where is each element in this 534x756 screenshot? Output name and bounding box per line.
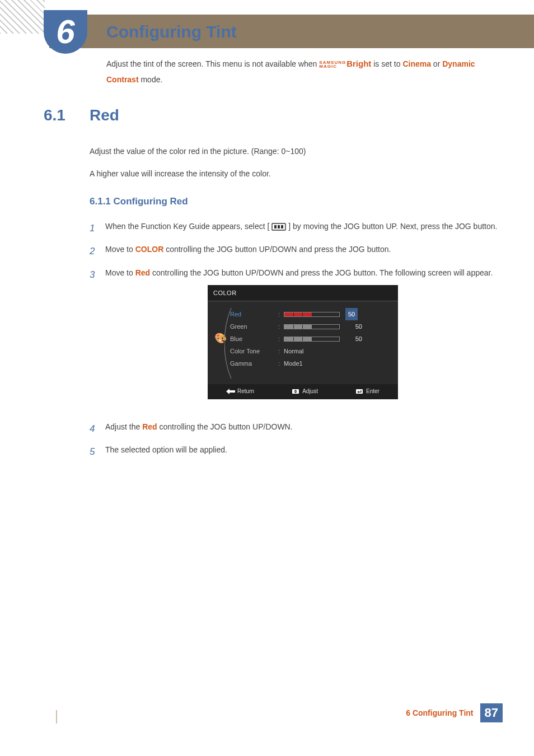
paragraph-1: Adjust the value of the color red in the… [90,144,500,158]
osd-footer-return: Return [226,386,254,397]
slider-red [284,312,340,317]
osd-footer-enter: Enter [355,386,380,397]
svg-marker-4 [226,389,235,394]
magic-text: MAGIC [319,64,346,68]
step-4: 4 Adjust the Red controlling the JOG but… [90,420,500,437]
paragraph-2: A higher value will increase the intensi… [90,167,500,181]
step-4-text-a: Adjust the [105,422,142,431]
return-label: Return [237,386,254,397]
step-1: 1 When the Function Key Guide appears, s… [90,220,500,237]
osd-labels: Red Green Blue Color Tone Gamma [230,308,278,370]
section-number: 6.1 [44,106,65,124]
osd-values: : 50 : [278,308,391,370]
step-3-text-a: Move to [105,268,135,277]
step-4-text-b: controlling the JOG button UP/DOWN. [160,422,293,431]
osd-row-blue: : 50 [278,333,391,345]
osd-row-red: : 50 [278,308,391,320]
steps-list: 1 When the Function Key Guide appears, s… [90,220,500,413]
step-5-text: The selected option will be applied. [105,443,500,460]
step-number: 1 [90,220,105,237]
updown-icon [291,389,300,394]
step-3-text-b: controlling the JOG button UP/DOWN and p… [152,268,493,277]
value-red: 50 [345,308,358,320]
osd-row-gamma: : Mode1 [278,357,391,370]
step-1-text-a: When the Function Key Guide appears, sel… [105,222,269,231]
svg-rect-1 [274,225,277,228]
value-colortone: Normal [284,345,303,357]
step-number: 4 [90,420,105,437]
osd-item-green: Green [230,320,278,333]
osd-screenshot: COLOR 🎨 Red Green Blue Color Tone Gamma [208,285,398,399]
step-2-text-a: Move to [105,245,135,254]
step-2-text-b: controlling the JOG button UP/DOWN and p… [166,245,391,254]
osd-item-gamma: Gamma [230,357,278,370]
intro-mid2: or [433,59,442,68]
step-number: 5 [90,443,105,460]
intro-suffix: mode. [140,75,162,84]
value-green: 50 [345,320,362,333]
osd-curve-decoration [224,307,237,380]
footer-page-number: 87 [480,703,503,722]
step-number: 2 [90,242,105,260]
osd-title: COLOR [208,285,398,301]
bright-label: Bright [346,59,371,68]
osd-item-red: Red [230,308,278,320]
svg-rect-2 [278,225,280,228]
enter-label: Enter [366,386,380,397]
color-keyword: COLOR [135,245,164,254]
chapter-title: Configuring Tint [106,22,237,41]
section-title: Red [90,106,119,124]
footer-chapter-label: 6 Configuring Tint [406,708,473,717]
enter-icon [355,389,364,394]
slider-blue [284,337,340,342]
osd-footer: Return Adjust Enter [208,384,398,399]
red-keyword: Red [142,422,157,431]
corner-hatch-decoration [0,0,45,34]
svg-rect-8 [356,389,363,394]
adjust-label: Adjust [302,386,318,397]
step-number: 3 [90,266,105,407]
chapter-number-badge: 6 [44,10,87,54]
intro-mid1: is set to [373,59,402,68]
red-keyword: Red [135,268,150,277]
value-blue: 50 [345,333,362,345]
page-footer: 6 Configuring Tint 87 [406,703,503,722]
step-3: 3 Move to Red controlling the JOG button… [90,266,500,407]
steps-list-continued: 4 Adjust the Red controlling the JOG but… [90,420,500,466]
step-2: 2 Move to COLOR controlling the JOG butt… [90,242,500,260]
cinema-label: Cinema [402,59,431,68]
osd-icon-column: 🎨 [211,308,230,370]
osd-item-colortone: Color Tone [230,345,278,357]
osd-item-blue: Blue [230,333,278,345]
step-5: 5 The selected option will be applied. [90,443,500,460]
menu-icon [271,223,286,231]
svg-rect-3 [281,225,283,228]
osd-row-tone: : Normal [278,345,391,357]
step-1-text-b: ] by moving the JOG button UP. Next, pre… [288,222,497,231]
intro-text-prefix: Adjust the tint of the screen. This menu… [106,59,319,68]
osd-row-green: : 50 [278,320,391,333]
samsung-magic-label: SAMSUNG MAGIC [319,60,346,68]
slider-green [284,324,340,329]
osd-footer-adjust: Adjust [291,386,318,397]
value-gamma: Mode1 [284,357,303,370]
left-arrow-icon [226,389,235,394]
footer-rule [56,710,57,724]
subsection-title: 6.1.1 Configuring Red [90,196,188,207]
intro-paragraph: Adjust the tint of the screen. This menu… [106,56,500,87]
